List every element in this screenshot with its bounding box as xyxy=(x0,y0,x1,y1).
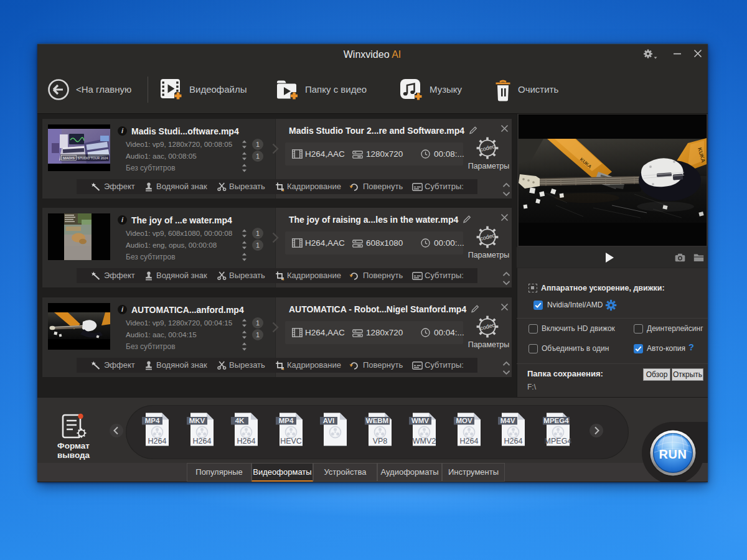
svg-text:H264: H264 xyxy=(148,437,167,446)
svg-text:RUN: RUN xyxy=(659,447,687,461)
svg-text:MKV: MKV xyxy=(189,417,205,424)
svg-text:MP4: MP4 xyxy=(278,417,293,424)
svg-text:H264: H264 xyxy=(459,437,478,446)
svg-text:4K: 4K xyxy=(235,417,245,424)
svg-text:codec: codec xyxy=(479,322,496,332)
svg-text:codec: codec xyxy=(479,232,496,242)
svg-text:MPEG4: MPEG4 xyxy=(543,417,569,424)
svg-text:MPEG4: MPEG4 xyxy=(544,437,571,446)
svg-text:AVI: AVI xyxy=(323,417,334,424)
svg-text:H264: H264 xyxy=(192,437,211,446)
svg-text:H264: H264 xyxy=(237,437,256,446)
svg-text:MOV: MOV xyxy=(456,417,472,424)
svg-text:MADIS: MADIS xyxy=(63,156,75,160)
svg-text:STUDIO TOUR 2024: STUDIO TOUR 2024 xyxy=(78,156,108,160)
svg-text:WEBM: WEBM xyxy=(365,417,388,424)
svg-text:codec: codec xyxy=(479,143,496,153)
svg-text:WMV: WMV xyxy=(411,417,429,424)
svg-text:H264: H264 xyxy=(504,437,523,446)
svg-text:M4V: M4V xyxy=(500,417,515,424)
svg-text:VP8: VP8 xyxy=(372,437,387,446)
svg-text:HEVC: HEVC xyxy=(280,437,302,446)
svg-text:MP4: MP4 xyxy=(145,417,160,424)
svg-text:WMV2: WMV2 xyxy=(413,437,436,446)
